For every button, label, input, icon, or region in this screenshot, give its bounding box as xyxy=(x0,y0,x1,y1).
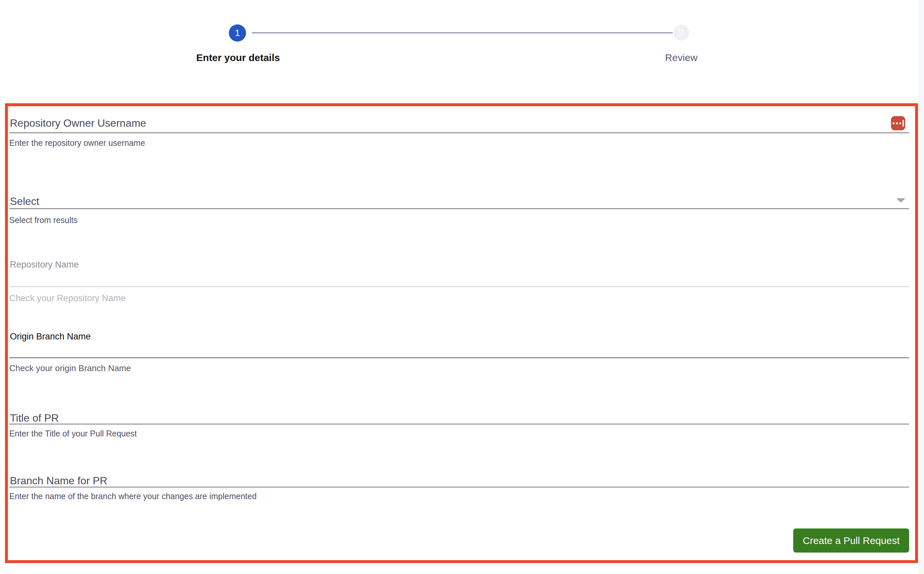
pr-title-helper: Enter the Title of your Pull Request xyxy=(9,429,137,438)
origin-branch-name-input[interactable]: Origin Branch Name xyxy=(10,331,91,342)
password-manager-icon-dot xyxy=(892,122,895,125)
stepper-step-2-number: 2 xyxy=(679,27,684,38)
repository-name-helper: Check your Repository Name xyxy=(9,293,126,303)
select-helper: Select from results xyxy=(9,215,78,225)
repository-owner-username-input[interactable]: Repository Owner Username xyxy=(10,117,146,129)
page: 1 2 Enter your details Review Repository… xyxy=(0,0,924,574)
password-manager-icon-dot xyxy=(896,122,898,125)
password-manager-icon[interactable] xyxy=(891,116,905,130)
stepper-step-1-circle[interactable]: 1 xyxy=(229,24,246,41)
pr-title-input[interactable]: Title of PR xyxy=(10,412,59,424)
chevron-down-icon[interactable] xyxy=(896,198,905,203)
repository-owner-username-underline xyxy=(9,132,909,133)
stepper-step-2-circle[interactable]: 2 xyxy=(673,25,689,41)
repository-owner-username-helper: Enter the repository owner username xyxy=(9,138,145,148)
password-manager-icon-bar xyxy=(903,120,904,127)
select-dropdown[interactable]: Select xyxy=(10,195,39,208)
pr-title-underline xyxy=(9,424,909,424)
stepper-connector-line xyxy=(252,32,673,33)
stepper-step-2-label: Review xyxy=(665,52,698,63)
origin-branch-name-underline xyxy=(9,357,909,358)
pr-branch-name-input[interactable]: Branch Name for PR xyxy=(10,475,107,487)
pr-branch-name-underline xyxy=(9,487,909,487)
stepper-step-1-label: Enter your details xyxy=(196,52,280,63)
create-pull-request-button[interactable]: Create a Pull Request xyxy=(793,528,909,553)
repository-name-underline xyxy=(9,286,909,287)
pr-branch-name-helper: Enter the name of the branch where your … xyxy=(9,492,256,501)
stepper-step-1-number: 1 xyxy=(235,28,240,38)
repository-name-input[interactable]: Repository Name xyxy=(10,260,79,270)
select-underline xyxy=(9,208,909,209)
password-manager-icon-dot xyxy=(899,122,901,125)
origin-branch-name-helper: Check your origin Branch Name xyxy=(9,363,131,374)
scrollbar-gutter[interactable] xyxy=(919,0,924,574)
